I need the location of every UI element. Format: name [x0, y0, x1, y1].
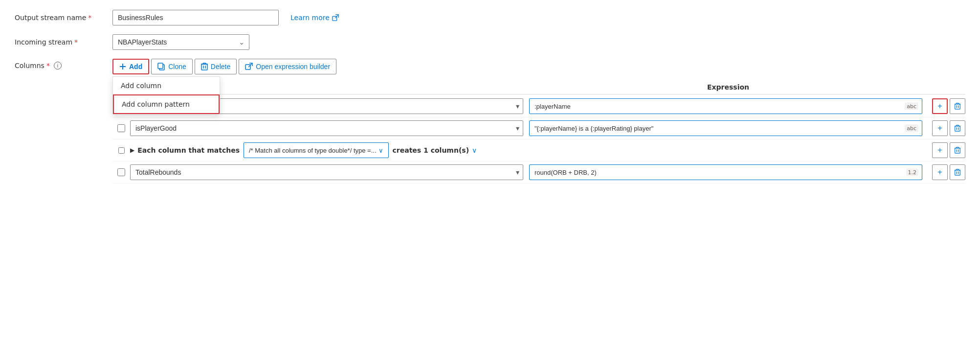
pattern-creates-label: creates 1 column(s)	[393, 146, 469, 154]
trash-icon	[954, 169, 961, 176]
trash-icon	[954, 125, 961, 132]
row-2-add-button[interactable]: +	[932, 120, 948, 136]
info-icon: i	[54, 62, 62, 69]
output-stream-input[interactable]	[112, 10, 279, 25]
toolbar: Add Clone Delete	[112, 59, 965, 74]
plus-icon	[119, 63, 126, 70]
th-expression: Expression	[530, 83, 926, 91]
columns-section: Columns * i Add Clone	[15, 59, 965, 184]
row-4-delete-button[interactable]	[950, 164, 965, 180]
delete-button[interactable]: Delete	[195, 59, 237, 74]
external-link-icon	[332, 14, 339, 21]
columns-table: Expression playerName ▾	[112, 80, 965, 184]
add-button[interactable]: Add	[112, 59, 149, 74]
pattern-collapse-icon[interactable]: ∨	[472, 146, 477, 154]
row-4-type-badge: 1.2	[906, 169, 919, 176]
row-4-name: TotalRebounds ▾	[130, 164, 529, 180]
row-2-delete-button[interactable]	[950, 120, 965, 136]
svg-rect-36	[955, 170, 960, 176]
row-4-expr-input[interactable]	[529, 164, 922, 180]
row-1-expression: abc	[529, 98, 926, 114]
table-row: TotalRebounds ▾ 1.2 +	[112, 161, 965, 184]
incoming-stream-row: Incoming stream * NBAPlayerStats ⌄	[15, 34, 965, 50]
columns-label: Columns * i	[15, 59, 112, 69]
open-external-icon	[245, 63, 253, 70]
pattern-expr-expand-icon: ∨	[379, 147, 383, 154]
pattern-label: Each column that matches	[137, 146, 240, 154]
pattern-expr-text: /* Match all columns of type double*/ ty…	[249, 147, 377, 154]
row-2-check[interactable]	[117, 124, 125, 132]
row-2-col-dropdown-wrapper: isPlayerGood ▾	[130, 120, 523, 136]
row-1-expr-input[interactable]	[529, 98, 922, 114]
table-header: Expression	[112, 80, 965, 94]
row-2-expr-wrapper: abc	[529, 120, 922, 136]
pattern-actions: +	[932, 142, 965, 158]
row-2-expression: abc	[529, 120, 926, 136]
learn-more-link[interactable]: Learn more	[290, 14, 339, 22]
svg-rect-29	[955, 148, 960, 154]
pattern-expression-button[interactable]: /* Match all columns of type double*/ ty…	[244, 142, 389, 158]
pattern-row: ▶ Each column that matches /* Match all …	[112, 139, 965, 161]
table-row: playerName ▾ abc +	[112, 95, 965, 117]
pattern-check[interactable]	[118, 147, 125, 154]
row-2-actions: +	[926, 120, 965, 136]
incoming-stream-dropdown-wrapper: NBAPlayerStats ⌄	[112, 34, 249, 50]
row-1-type-badge: abc	[905, 103, 918, 110]
row-2-type-badge: abc	[905, 125, 918, 132]
columns-required-star: *	[46, 62, 50, 69]
row-1-add-button[interactable]: +	[932, 98, 948, 114]
incoming-stream-select[interactable]: NBAPlayerStats	[112, 34, 249, 50]
row-1-expr-wrapper: abc	[529, 98, 922, 114]
columns-content: Add Clone Delete	[112, 59, 965, 184]
svg-rect-15	[955, 104, 960, 110]
row-2-expr-input[interactable]	[529, 120, 922, 136]
row-4-add-button[interactable]: +	[932, 164, 948, 180]
row-4-check[interactable]	[117, 168, 125, 176]
add-column-pattern-menu-item[interactable]: Add column pattern	[113, 94, 220, 114]
pattern-add-button[interactable]: +	[932, 142, 948, 158]
table-row: isPlayerGood ▾ abc +	[112, 117, 965, 139]
add-column-menu-item[interactable]: Add column	[113, 77, 220, 94]
incoming-required-star: *	[74, 38, 78, 46]
clone-button[interactable]: Clone	[151, 59, 193, 74]
add-dropdown-menu: Add column Add column pattern	[112, 76, 220, 115]
row-4-expr-wrapper: 1.2	[529, 164, 922, 180]
svg-rect-5	[158, 63, 163, 69]
pattern-delete-button[interactable]	[950, 142, 965, 158]
svg-rect-22	[955, 126, 960, 132]
row-1-delete-button[interactable]	[950, 98, 965, 114]
trash-icon	[954, 147, 961, 154]
row-4-col-dropdown-wrapper: TotalRebounds ▾	[130, 164, 523, 180]
row-4-col-select[interactable]: TotalRebounds	[130, 164, 523, 180]
row-2-col-select[interactable]: isPlayerGood	[130, 120, 523, 136]
row-2-name: isPlayerGood ▾	[130, 120, 529, 136]
incoming-stream-label: Incoming stream *	[15, 38, 112, 46]
delete-icon	[201, 63, 208, 70]
pattern-expand-icon[interactable]: ▶	[130, 147, 134, 154]
row-1-actions: +	[926, 98, 965, 114]
open-expression-builder-button[interactable]: Open expression builder	[239, 59, 336, 74]
required-star: *	[88, 14, 91, 22]
output-stream-row: Output stream name * Learn more	[15, 10, 965, 25]
row-4-checkbox	[112, 168, 130, 176]
clone-icon	[157, 63, 165, 70]
row-4-actions: +	[926, 164, 965, 180]
trash-icon	[954, 103, 961, 110]
row-2-checkbox	[112, 124, 130, 132]
svg-rect-6	[201, 64, 207, 70]
output-stream-label: Output stream name *	[15, 14, 112, 22]
row-4-expression: 1.2	[529, 164, 926, 180]
pattern-checkbox	[112, 147, 130, 154]
